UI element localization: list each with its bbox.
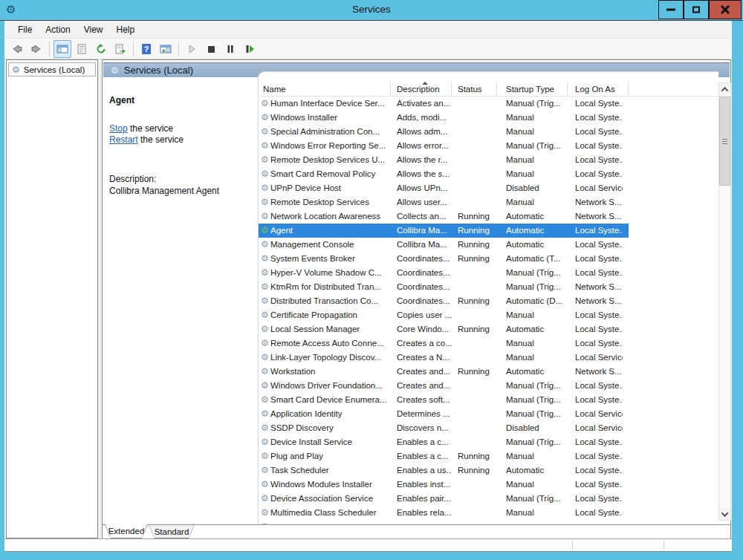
table-row[interactable]: ⚙Plug and PlayEnables a c...RunningManua… — [259, 449, 629, 463]
cell-name: Workstation — [270, 365, 391, 379]
column-header-startup-type[interactable]: Startup Type — [497, 82, 568, 96]
cell-status — [452, 181, 497, 195]
cell-description: Allows user... — [391, 195, 452, 209]
title-bar[interactable]: ⚙ Services — [0, 0, 743, 21]
cell-logon: Local Syste... — [568, 224, 623, 238]
help-button[interactable]: ? — [137, 40, 155, 58]
table-row[interactable]: ⚙Local Session ManagerCore Windo...Runni… — [259, 322, 629, 336]
table-row[interactable]: ⚙Task SchedulerEnables a us...RunningAut… — [259, 463, 629, 478]
cell-name: Management Console — [270, 238, 391, 252]
stop-service-link[interactable]: Stop — [109, 123, 128, 134]
table-row[interactable]: ⚙WorkstationCreates and...RunningAutomat… — [259, 365, 629, 379]
close-button[interactable] — [709, 0, 742, 19]
table-row[interactable]: ⚙Remote Access Auto Conne...Creates a co… — [259, 336, 629, 351]
cell-name: Task Scheduler — [270, 463, 391, 478]
cell-startup: Automatic — [497, 209, 568, 224]
table-row[interactable]: ⚙Hyper-V Volume Shadow C...Coordinates..… — [259, 266, 629, 280]
forward-button[interactable] — [27, 40, 45, 58]
tab-extended[interactable]: Extended — [105, 524, 148, 538]
table-row[interactable]: ⚙Network Location AwarenessCollects an..… — [259, 209, 629, 224]
table-row[interactable]: ⚙Smart Card Device Enumera...Creates sof… — [259, 393, 629, 407]
service-table-body: ⚙Human Interface Device Ser...Activates … — [259, 97, 629, 524]
table-row[interactable]: ⚙Windows Error Reporting Se...Allows err… — [259, 139, 629, 153]
cell-status: Running — [452, 224, 497, 238]
table-row[interactable]: ⚙Application IdentityDetermines ...Manua… — [259, 407, 629, 421]
cell-logon: Network S... — [568, 195, 623, 209]
table-row[interactable]: ⚙Distributed Transaction Co...Coordinate… — [259, 294, 629, 308]
scroll-up-button[interactable] — [719, 83, 730, 95]
table-row[interactable]: ⚙Windows Driver Foundation...Creates and… — [259, 379, 629, 393]
cell-name: SSDP Discovery — [270, 421, 391, 435]
show-action-pane-button[interactable] — [157, 40, 175, 58]
service-gear-icon: ⚙ — [259, 266, 270, 280]
table-row[interactable]: ⚙Certificate PropagationCopies user ...M… — [259, 308, 629, 322]
back-button[interactable] — [8, 40, 26, 58]
show-console-tree-button[interactable] — [53, 40, 71, 58]
table-row[interactable]: ⚙Management ConsoleCollibra Ma...Running… — [259, 238, 629, 252]
table-row[interactable]: ⚙Human Interface Device Ser...Activates … — [259, 97, 629, 111]
table-row[interactable]: ⚙Smart Card Removal PolicyAllows the s..… — [259, 167, 629, 181]
column-header-name[interactable]: Name — [259, 82, 391, 96]
table-row[interactable]: ⚙Link-Layer Topology Discov...Creates a … — [259, 351, 629, 365]
cell-description: Core Windo... — [391, 322, 452, 336]
table-row[interactable]: ⚙SSDP DiscoveryDiscovers n...DisabledLoc… — [259, 421, 629, 435]
tab-extended-label: Extended — [106, 524, 147, 538]
tab-standard[interactable]: Standard — [149, 524, 195, 538]
menu-help[interactable]: Help — [110, 22, 142, 37]
minimize-button[interactable] — [658, 0, 684, 19]
cell-status — [452, 111, 497, 125]
vertical-scrollbar[interactable] — [718, 82, 731, 521]
cell-description: Determines ... — [391, 407, 452, 421]
table-row[interactable]: ⚙Windows InstallerAdds, modi...ManualLoc… — [259, 111, 629, 125]
menu-action[interactable]: Action — [39, 22, 77, 37]
export-list-button[interactable] — [111, 40, 129, 58]
stop-service-line: Stop the service — [109, 123, 173, 134]
cell-name: Agent — [270, 224, 391, 238]
description-text: Collibra Management Agent — [109, 186, 250, 196]
tree-item-services-local[interactable]: ⚙ Services (Local) — [8, 62, 96, 76]
table-row[interactable]: ⚙UPnP Device HostAllows UPn...DisabledLo… — [259, 181, 629, 195]
cell-startup: Manual (Trig... — [497, 280, 568, 294]
table-row[interactable]: ⚙Multimedia Class SchedulerEnables rela.… — [259, 506, 629, 520]
refresh-button[interactable] — [92, 40, 110, 58]
column-header-status[interactable]: Status — [452, 82, 497, 96]
menu-view[interactable]: View — [77, 22, 110, 37]
cell-description: Enables a c... — [391, 435, 452, 449]
cell-name: Remote Desktop Services — [270, 195, 391, 209]
maximize-button[interactable] — [684, 0, 709, 19]
table-row[interactable]: ⚙Remote Desktop ServicesAllows user...Ma… — [259, 195, 629, 209]
cell-logon: Local Syste... — [568, 463, 623, 478]
start-service-button[interactable] — [183, 40, 201, 58]
cell-startup: Manual — [497, 125, 568, 139]
restart-service-link[interactable]: Restart — [109, 134, 138, 145]
table-row[interactable]: ⚙Remote Desktop Services U...Allows the … — [259, 153, 629, 167]
service-gear-icon: ⚙ — [259, 294, 270, 308]
scroll-down-button[interactable] — [719, 508, 730, 520]
table-row[interactable]: ⚙Device Install ServiceEnables a c...Man… — [259, 435, 629, 449]
scrollbar-thumb[interactable] — [719, 97, 730, 186]
column-header-log-on-as[interactable]: Log On As — [568, 82, 629, 96]
table-row[interactable]: ⚙AgentCollibra Ma...RunningAutomaticLoca… — [259, 224, 629, 238]
cell-status — [452, 435, 497, 449]
cell-logon: Network S... — [568, 209, 623, 224]
cell-description: Adds, modi... — [391, 111, 452, 125]
stop-service-button[interactable] — [202, 40, 220, 58]
cell-name: UPnP Device Host — [270, 181, 391, 195]
menu-bar: File Action View Help — [4, 21, 732, 39]
table-row[interactable]: ⚙Device Association ServiceEnables pair.… — [259, 492, 629, 506]
table-row[interactable]: ⚙Windows Modules InstallerEnables inst..… — [259, 478, 629, 492]
column-header-description[interactable]: Description — [391, 82, 452, 96]
table-row[interactable]: ⚙System Events BrokerCoordinates...Runni… — [259, 252, 629, 266]
service-gear-icon: ⚙ — [259, 139, 270, 153]
table-row[interactable]: ⚙KtmRm for Distributed Tran...Coordinate… — [259, 280, 629, 294]
cell-description: Allows error... — [391, 139, 452, 153]
cell-startup: Manual — [497, 195, 568, 209]
cell-description: Coordinates... — [391, 266, 452, 280]
pause-service-button[interactable] — [221, 40, 239, 58]
properties-button[interactable] — [73, 40, 91, 58]
thumb-grip-icon — [722, 143, 727, 144]
menu-file[interactable]: File — [11, 22, 39, 37]
cell-startup: Disabled — [497, 181, 568, 195]
restart-service-button[interactable] — [241, 40, 259, 58]
table-row[interactable]: ⚙Special Administration Con...Allows adm… — [259, 125, 629, 139]
